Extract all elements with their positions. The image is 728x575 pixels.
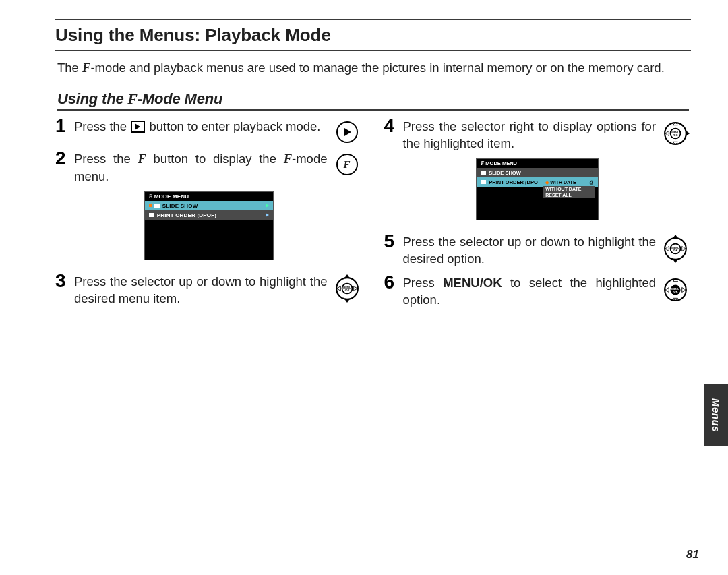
lcd-row-slideshow: SLIDE SHOW bbox=[145, 201, 273, 210]
step-text: Press the selector right to display opti… bbox=[403, 117, 661, 152]
svg-text:/OK: /OK bbox=[673, 249, 677, 252]
step-illustration: MENU /OK bbox=[332, 272, 363, 306]
f-glyph-icon: F bbox=[127, 90, 137, 107]
playback-ring-icon bbox=[336, 121, 358, 143]
subsection-header: Using the F-Mode Menu bbox=[57, 90, 689, 111]
playback-icon bbox=[131, 121, 145, 133]
svg-marker-21 bbox=[673, 259, 679, 263]
lcd-title: F MODE MENU bbox=[145, 192, 273, 201]
f-glyph-icon: F bbox=[82, 61, 90, 75]
step-2: 2 Press the F button to display the F-mo… bbox=[55, 150, 363, 185]
side-tab-menus: Menus bbox=[704, 384, 728, 446]
step-number: 3 bbox=[55, 272, 74, 289]
print-icon bbox=[481, 180, 486, 184]
section-header: Using the Menus: Playback Mode bbox=[55, 19, 691, 51]
step-illustration: MENU /OK bbox=[660, 233, 691, 266]
step-columns: 1 Press the button to enter playback mod… bbox=[55, 117, 691, 315]
selector-pad-icon: MENU /OK bbox=[661, 119, 690, 148]
step-text: Press the button to enter playback mode. bbox=[74, 117, 332, 135]
selector-pad-icon: MENU /OK bbox=[332, 274, 362, 303]
step-illustration: MENU /OK bbox=[660, 117, 691, 151]
slide-icon bbox=[481, 171, 486, 175]
submenu-resetall: RESET ALL bbox=[543, 192, 595, 198]
submenu-withoutdate: WITHOUT DATE bbox=[543, 186, 595, 192]
svg-marker-20 bbox=[673, 235, 679, 239]
svg-text:/OK: /OK bbox=[673, 290, 677, 293]
lcd-row-slideshow: SLIDE SHOW bbox=[477, 168, 598, 177]
svg-marker-14 bbox=[665, 131, 669, 135]
step-illustration: MENU /OK bbox=[660, 274, 691, 307]
step-number: 6 bbox=[384, 274, 403, 291]
f-glyph-icon: F bbox=[138, 152, 146, 166]
svg-marker-22 bbox=[665, 246, 669, 251]
svg-marker-4 bbox=[344, 274, 350, 278]
step-number: 1 bbox=[55, 117, 74, 134]
selector-pad-icon: MENU /OK bbox=[661, 275, 690, 305]
svg-text:/OK: /OK bbox=[344, 289, 349, 292]
subheader-suffix: -Mode Menu bbox=[138, 90, 222, 107]
f-glyph-icon: F bbox=[284, 152, 292, 166]
intro-before: The bbox=[57, 61, 82, 75]
steps-list-right: 4 Press the selector right to display op… bbox=[384, 117, 692, 308]
chevron-right-icon bbox=[266, 213, 269, 217]
step-3: 3 Press the selector up or down to highl… bbox=[55, 272, 363, 307]
step-illustration: F bbox=[332, 150, 363, 175]
svg-marker-6 bbox=[337, 286, 340, 291]
step-text: Press the F button to display the F-mode… bbox=[74, 150, 332, 185]
step-6: 6 Press MENU/OK to select the highlighte… bbox=[384, 274, 692, 308]
step-text: Press MENU/OK to select the highlighted … bbox=[403, 274, 661, 308]
steps-list-left: 1 Press the button to enter playback mod… bbox=[55, 117, 363, 307]
lcd-screen: F MODE MENU SLIDE SHOW PRINT ORDER (DPO … bbox=[476, 158, 599, 220]
selector-pad-icon: MENU /OK bbox=[661, 234, 690, 264]
step-text: Press the selector up or down to highlig… bbox=[74, 272, 332, 307]
svg-marker-30 bbox=[665, 287, 669, 292]
slide-icon bbox=[154, 204, 160, 208]
step-text: Press the selector up or down to highlig… bbox=[403, 233, 661, 267]
svg-marker-7 bbox=[353, 286, 357, 291]
page-number: 81 bbox=[686, 548, 699, 562]
step-1: 1 Press the button to enter playback mod… bbox=[55, 117, 363, 143]
step-4: 4 Press the selector right to display op… bbox=[384, 117, 692, 152]
lcd-illustration-2: F MODE MENU SLIDE SHOW PRINT ORDER (DPO … bbox=[384, 158, 692, 220]
lcd-row-printorder: PRINT ORDER (DPOF) bbox=[145, 210, 273, 220]
menu-ok-label: MENU/OK bbox=[443, 276, 502, 290]
intro-paragraph: The F-mode and playback menus are used t… bbox=[57, 59, 689, 77]
section-title: Using the Menus: Playback Mode bbox=[55, 25, 331, 45]
print-icon bbox=[149, 213, 154, 217]
lcd-screen: F MODE MENU SLIDE SHOW PRINT ORDER (DPOF… bbox=[144, 191, 274, 260]
left-column: 1 Press the button to enter playback mod… bbox=[55, 117, 363, 315]
chevron-right-icon bbox=[266, 204, 269, 208]
step-number: 4 bbox=[384, 117, 403, 134]
step-illustration bbox=[332, 117, 363, 143]
step-number: 2 bbox=[55, 150, 74, 167]
intro-after: -mode and playback menus are used to man… bbox=[90, 61, 664, 75]
svg-text:/OK: /OK bbox=[673, 133, 677, 137]
submenu-withdate: ◆ WITH DATE ⎙ bbox=[543, 179, 595, 186]
indicator-icon bbox=[149, 204, 152, 207]
svg-marker-15 bbox=[686, 131, 690, 137]
right-column: 4 Press the selector right to display op… bbox=[384, 117, 692, 315]
svg-marker-23 bbox=[682, 246, 686, 251]
step-number: 5 bbox=[384, 233, 403, 249]
lcd-illustration-1: F MODE MENU SLIDE SHOW PRINT ORDER (DPOF… bbox=[55, 191, 363, 260]
svg-marker-31 bbox=[682, 287, 686, 292]
lcd-submenu: ◆ WITH DATE ⎙ WITHOUT DATE RESET ALL bbox=[543, 179, 595, 198]
lcd-title: F MODE MENU bbox=[477, 159, 598, 168]
manual-page: Using the Menus: Playback Mode The F-mod… bbox=[0, 0, 728, 575]
svg-marker-5 bbox=[344, 299, 350, 303]
step-5: 5 Press the selector up or down to highl… bbox=[384, 233, 692, 267]
subheader-prefix: Using the bbox=[57, 90, 127, 107]
f-ring-icon: F bbox=[336, 154, 358, 175]
